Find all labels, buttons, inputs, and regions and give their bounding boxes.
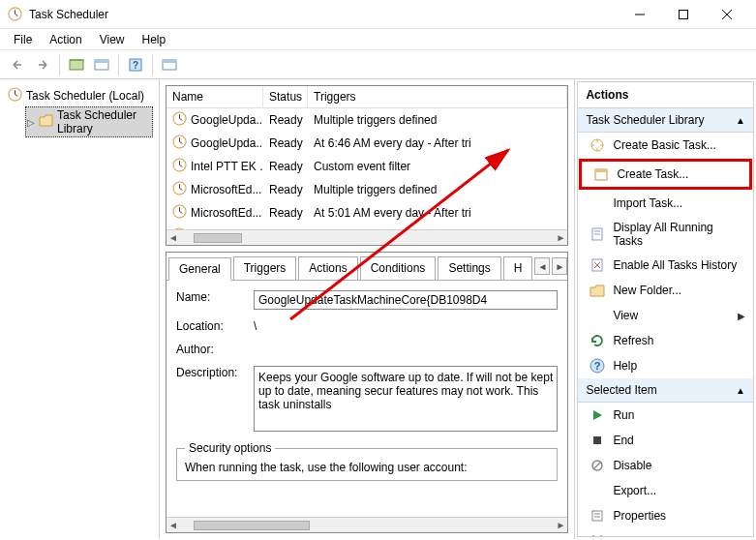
- collapse-icon[interactable]: ▲: [736, 385, 745, 396]
- detail-hscroll[interactable]: ◄►: [166, 517, 567, 532]
- action-label: Delete: [613, 534, 647, 537]
- menu-action[interactable]: Action: [42, 31, 89, 48]
- security-options-group: Security options When running the task, …: [176, 441, 558, 481]
- minimize-button[interactable]: [618, 0, 661, 29]
- nav-forward-button[interactable]: [31, 53, 54, 76]
- svg-rect-4: [679, 10, 687, 18]
- tab-triggers[interactable]: Triggers: [233, 256, 297, 280]
- action-label: Create Task...: [617, 167, 688, 181]
- actions-section-selected[interactable]: Selected Item ▲: [578, 378, 753, 403]
- clock-icon: [172, 135, 187, 152]
- action-label: Create Basic Task...: [613, 138, 716, 152]
- svg-line-2: [15, 14, 18, 15]
- action-library-import[interactable]: Import Task...: [578, 191, 753, 216]
- stop-icon: [590, 433, 605, 448]
- nav-back-button[interactable]: [6, 53, 29, 76]
- action-selected-delete[interactable]: Delete: [578, 528, 753, 537]
- action-label: Display All Running Tasks: [613, 221, 745, 248]
- svg-text:?: ?: [133, 60, 138, 71]
- folder-icon: [39, 114, 53, 130]
- actions-section-library[interactable]: Task Scheduler Library ▲: [578, 108, 753, 133]
- action-label: Refresh: [613, 334, 653, 347]
- tab-actions[interactable]: Actions: [298, 256, 357, 280]
- task-list-body[interactable]: GoogleUpda...ReadyMultiple triggers defi…: [166, 108, 567, 229]
- tree-library[interactable]: ▷ Task Scheduler Library: [25, 106, 153, 137]
- tab-conditions[interactable]: Conditions: [360, 256, 437, 280]
- task-row-status: Ready: [263, 178, 308, 201]
- toolbar-panel-button-1[interactable]: [90, 53, 113, 76]
- action-label: Enable All Tasks History: [613, 258, 737, 272]
- security-legend: Security options: [185, 441, 275, 455]
- action-library-display-running[interactable]: Display All Running Tasks: [578, 216, 753, 253]
- svg-text:?: ?: [594, 360, 601, 372]
- task-row-status: Ready: [263, 132, 308, 155]
- maximize-button[interactable]: [661, 0, 705, 29]
- action-selected-export[interactable]: Export...: [578, 478, 753, 503]
- expand-icon[interactable]: ▷: [27, 117, 35, 128]
- col-name[interactable]: Name: [166, 86, 263, 107]
- action-selected-end[interactable]: End: [578, 428, 753, 453]
- svg-rect-7: [70, 60, 83, 70]
- titlebar: Task Scheduler: [0, 0, 756, 29]
- action-selected-disable[interactable]: Disable: [578, 453, 753, 478]
- label-location: Location:: [176, 319, 254, 333]
- task-row[interactable]: Intel PTT EK ...ReadyCustom event filter: [166, 155, 567, 178]
- task-list-hscroll[interactable]: ◄►: [166, 229, 567, 245]
- action-label: View: [613, 309, 638, 322]
- toolbar-panel-button-2[interactable]: [158, 53, 181, 76]
- clock-icon: [172, 158, 187, 175]
- clock-icon: [172, 111, 187, 129]
- action-library-new-folder[interactable]: New Folder...: [578, 278, 753, 303]
- action-label: Help: [613, 359, 637, 373]
- svg-rect-44: [593, 436, 601, 444]
- tab-general[interactable]: General: [168, 257, 231, 281]
- col-triggers[interactable]: Triggers: [308, 86, 567, 107]
- field-description[interactable]: Keeps your Google software up to date. I…: [254, 366, 558, 432]
- svg-line-22: [180, 142, 183, 144]
- detail-body: Name: GoogleUpdateTaskMachineCore{DB1098…: [166, 281, 567, 517]
- tab-history[interactable]: H: [503, 256, 533, 280]
- svg-line-16: [15, 95, 18, 97]
- tree-root[interactable]: Task Scheduler (Local): [6, 85, 153, 106]
- collapse-icon[interactable]: ▲: [736, 115, 745, 126]
- task-row-trigger: Custom event filter: [308, 155, 567, 178]
- svg-line-28: [180, 189, 183, 191]
- task-row[interactable]: MicrosoftEd...ReadyAt 5:01 AM every day …: [166, 201, 567, 225]
- actions-header: Actions: [577, 81, 754, 108]
- label-name: Name:: [176, 290, 254, 304]
- toolbar-help-button[interactable]: ?: [124, 53, 147, 76]
- action-selected-run[interactable]: Run: [578, 403, 753, 428]
- task-row-status: Ready: [263, 155, 308, 178]
- task-row[interactable]: MicrosoftEd...ReadyMultiple triggers def…: [166, 178, 567, 201]
- action-label: Run: [613, 408, 634, 422]
- clock-icon: [8, 87, 22, 105]
- task-row[interactable]: GoogleUpda...ReadyAt 6:46 AM every day -…: [166, 132, 567, 155]
- menu-file[interactable]: File: [6, 31, 40, 48]
- action-library-help[interactable]: ?Help: [578, 353, 753, 378]
- menu-help[interactable]: Help: [135, 31, 174, 48]
- action-library-create-task[interactable]: Create Task...: [579, 159, 752, 190]
- task-row[interactable]: GoogleUpda...ReadyMultiple triggers defi…: [166, 108, 567, 132]
- action-library-refresh[interactable]: Refresh: [578, 328, 753, 353]
- action-library-view[interactable]: View▶: [578, 303, 753, 328]
- task-row-name: MicrosoftEd...: [191, 183, 261, 196]
- middle-pane: Name Status Triggers GoogleUpda...ReadyM…: [160, 79, 575, 539]
- actions-body: Task Scheduler Library ▲ Create Basic Ta…: [577, 108, 754, 537]
- action-library-enable-history[interactable]: Enable All Tasks History: [578, 253, 753, 278]
- close-button[interactable]: [705, 0, 748, 29]
- props-icon: [590, 508, 605, 524]
- action-library-create-basic[interactable]: Create Basic Task...: [578, 133, 753, 158]
- field-name[interactable]: GoogleUpdateTaskMachineCore{DB1098D4: [254, 290, 558, 310]
- col-status[interactable]: Status: [263, 86, 308, 107]
- action-selected-properties[interactable]: Properties: [578, 503, 753, 528]
- toolbar-show-hide-console-button[interactable]: [65, 53, 88, 76]
- svg-line-46: [593, 462, 601, 469]
- task-row-name: GoogleUpda...: [191, 136, 263, 150]
- task-row-trigger: Multiple triggers defined: [308, 108, 567, 132]
- tab-settings[interactable]: Settings: [438, 256, 500, 280]
- sheet-icon: [590, 226, 605, 242]
- task-detail-pane: General Triggers Actions Conditions Sett…: [166, 252, 568, 533]
- menu-view[interactable]: View: [92, 31, 133, 48]
- tab-scroll-right[interactable]: ►: [552, 257, 567, 275]
- tab-scroll-left[interactable]: ◄: [534, 257, 550, 275]
